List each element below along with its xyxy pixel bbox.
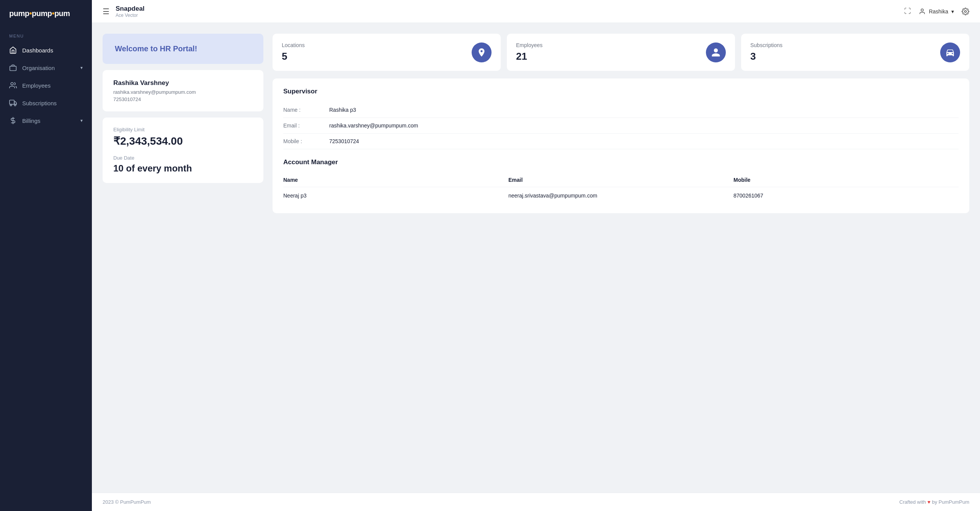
sidebar-item-organisation[interactable]: Organisation ▾	[0, 59, 92, 77]
stat-value-subscriptions: 3	[750, 51, 782, 62]
stat-card-employees: Employees 21	[507, 34, 735, 71]
person-icon	[711, 47, 721, 57]
due-date-label: Due Date	[113, 155, 253, 161]
stat-icon-subscriptions	[940, 42, 960, 62]
employees-icon	[9, 82, 17, 89]
sidebar-item-subscriptions[interactable]: Subscriptions	[0, 94, 92, 112]
stat-card-subscriptions: Subscriptions 3	[741, 34, 969, 71]
sidebar-item-dashboards[interactable]: Dashboards	[0, 41, 92, 59]
user-name-label: Rashika	[929, 8, 948, 15]
stats-row: Locations 5 Employees 21	[273, 34, 969, 71]
chevron-down-icon-billings: ▾	[80, 118, 83, 123]
sidebar-item-billings[interactable]: Billings ▾	[0, 112, 92, 129]
supervisor-name-row: Name : Rashika p3	[283, 102, 959, 118]
supervisor-email-key: Email :	[283, 122, 329, 129]
welcome-title: Welcome to HR Portal!	[115, 44, 251, 53]
footer-left: 2023 © PumPumPum	[103, 499, 151, 505]
svg-rect-2	[10, 100, 14, 104]
car-icon	[945, 47, 955, 57]
limits-card: Eligibility Limit ₹2,343,534.00 Due Date…	[103, 118, 263, 183]
sidebar-item-label-subscriptions: Subscriptions	[22, 100, 83, 106]
heart-icon: ♥	[928, 499, 931, 505]
supervisor-email-row: Email : rashika.varshney@pumpumpum.com	[283, 118, 959, 134]
sidebar-item-label-employees: Employees	[22, 82, 83, 89]
svg-point-1	[11, 83, 13, 85]
header: ☰ Snapdeal Ace Vector ⛶ Rashika ▾	[92, 0, 980, 23]
am-table: Name Email Mobile Neeraj p3 neeraj.sriva…	[283, 173, 959, 204]
user-phone: 7253010724	[113, 96, 253, 102]
subscriptions-icon	[9, 99, 17, 107]
chevron-down-icon: ▾	[80, 65, 83, 70]
user-email: rashika.varshney@pumpumpum.com	[113, 89, 253, 95]
am-col-email: Email	[508, 177, 733, 183]
svg-point-7	[965, 10, 967, 12]
table-row: Neeraj p3 neeraj.srivastava@pumpumpum.co…	[283, 187, 959, 204]
user-fullname: Rashika Varshney	[113, 79, 253, 87]
home-icon	[9, 46, 17, 54]
sidebar: pump•pump•pum MENU Dashboards Organisati…	[0, 0, 92, 511]
menu-label: MENU	[0, 27, 92, 41]
due-date-value: 10 of every month	[113, 163, 253, 174]
supervisor-mobile-row: Mobile : 7253010724	[283, 134, 959, 149]
stat-label-locations: Locations	[282, 42, 305, 48]
stat-icon-locations	[472, 42, 492, 62]
am-title: Account Manager	[283, 158, 959, 166]
svg-point-6	[921, 9, 923, 11]
org-icon	[9, 64, 17, 72]
content-grid: Welcome to HR Portal! Rashika Varshney r…	[103, 34, 969, 213]
main-area: ☰ Snapdeal Ace Vector ⛶ Rashika ▾	[92, 0, 980, 511]
am-email-cell: neeraj.srivastava@pumpumpum.com	[508, 193, 733, 199]
am-name-cell: Neeraj p3	[283, 193, 508, 199]
eligibility-value: ₹2,343,534.00	[113, 135, 253, 147]
user-chevron-icon: ▾	[951, 8, 954, 15]
am-col-mobile: Mobile	[733, 177, 959, 183]
sidebar-item-label-organisation: Organisation	[22, 65, 75, 71]
logo: pump•pump•pum	[0, 0, 92, 27]
stat-card-locations: Locations 5	[273, 34, 501, 71]
supervisor-mobile-key: Mobile :	[283, 138, 329, 144]
stat-info-employees: Employees 21	[516, 42, 542, 62]
footer-right: Crafted with ♥ by PumPumPum	[899, 499, 969, 505]
right-column: Locations 5 Employees 21	[273, 34, 969, 213]
footer: 2023 © PumPumPum Crafted with ♥ by PumPu…	[92, 493, 980, 511]
user-card: Rashika Varshney rashika.varshney@pumpum…	[103, 70, 263, 111]
header-right: ⛶ Rashika ▾	[904, 7, 969, 15]
supervisor-name-value: Rashika p3	[329, 107, 356, 113]
stat-info-locations: Locations 5	[282, 42, 305, 62]
supervisor-mobile-value: 7253010724	[329, 138, 359, 144]
details-card: Supervisor Name : Rashika p3 Email : ras…	[273, 78, 969, 213]
stat-label-employees: Employees	[516, 42, 542, 48]
supervisor-name-key: Name :	[283, 107, 329, 113]
am-mobile-cell: 8700261067	[733, 193, 959, 199]
user-menu[interactable]: Rashika ▾	[919, 8, 954, 15]
settings-icon[interactable]	[962, 8, 969, 15]
header-title-main: Snapdeal	[116, 5, 904, 13]
sidebar-item-label-dashboards: Dashboards	[22, 47, 83, 54]
content: Welcome to HR Portal! Rashika Varshney r…	[92, 23, 980, 493]
expand-icon[interactable]: ⛶	[904, 7, 911, 15]
svg-point-4	[14, 104, 16, 106]
stat-value-locations: 5	[282, 51, 305, 62]
left-column: Welcome to HR Portal! Rashika Varshney r…	[103, 34, 263, 183]
sidebar-item-label-billings: Billings	[22, 118, 75, 124]
user-avatar-icon	[919, 8, 926, 15]
supervisor-title: Supervisor	[283, 88, 959, 95]
svg-point-3	[10, 104, 12, 106]
stat-info-subscriptions: Subscriptions 3	[750, 42, 782, 62]
am-col-name: Name	[283, 177, 508, 183]
welcome-card: Welcome to HR Portal!	[103, 34, 263, 64]
svg-rect-0	[10, 66, 16, 71]
stat-value-employees: 21	[516, 51, 542, 62]
stat-label-subscriptions: Subscriptions	[750, 42, 782, 48]
header-title-sub: Ace Vector	[116, 13, 904, 18]
supervisor-email-value: rashika.varshney@pumpumpum.com	[329, 122, 418, 129]
location-icon	[477, 47, 487, 57]
am-table-header: Name Email Mobile	[283, 173, 959, 187]
eligibility-label: Eligibility Limit	[113, 127, 253, 132]
stat-icon-employees	[706, 42, 726, 62]
footer-crafted-prefix: Crafted with	[899, 499, 926, 505]
header-title-block: Snapdeal Ace Vector	[116, 5, 904, 18]
footer-crafted-suffix: by PumPumPum	[932, 499, 969, 505]
menu-toggle-icon[interactable]: ☰	[103, 7, 109, 16]
sidebar-item-employees[interactable]: Employees	[0, 77, 92, 94]
